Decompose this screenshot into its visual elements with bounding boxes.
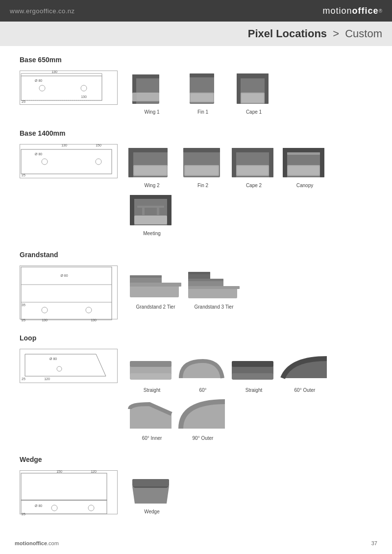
svg-point-31 bbox=[96, 159, 101, 165]
svg-text:Ø 80: Ø 80 bbox=[60, 274, 68, 277]
product-loop-90outer: 90° Outer bbox=[178, 397, 227, 441]
product-label-loop-straight2: Straight bbox=[245, 387, 262, 393]
page-title-separator: > bbox=[333, 27, 339, 40]
svg-text:130: 130 bbox=[81, 95, 87, 98]
svg-rect-45 bbox=[269, 148, 273, 177]
product-img-wing2 bbox=[127, 144, 176, 181]
svg-text:Ø 80: Ø 80 bbox=[35, 152, 42, 156]
section-body-grandstand: Ø 80 25 35 130 130 bbox=[20, 265, 377, 319]
svg-rect-35 bbox=[128, 148, 133, 177]
diagram-wedge: 150 120 Ø 80 25 bbox=[20, 470, 118, 514]
page-title-bold: Pixel Locations bbox=[248, 27, 327, 40]
product-img-loop-straight2 bbox=[229, 349, 278, 385]
svg-text:25: 25 bbox=[22, 173, 25, 177]
svg-rect-21 bbox=[237, 73, 269, 78]
svg-rect-82 bbox=[188, 272, 210, 274]
products-grandstand: Grandstand 2 Tier bbox=[127, 265, 377, 310]
svg-rect-23 bbox=[265, 73, 269, 104]
product-img-wedge bbox=[127, 470, 176, 507]
section-base1400: Base 1400mm 130 150 Ø 80 25 bbox=[20, 129, 377, 236]
svg-rect-15 bbox=[137, 93, 159, 100]
product-fin2: Fin 2 bbox=[178, 144, 227, 188]
product-fin1: Fin 1 bbox=[178, 71, 227, 115]
svg-rect-61 bbox=[157, 208, 159, 215]
section-title-grandstand: Grandstand bbox=[20, 251, 377, 259]
section-wedge: Wedge 150 120 Ø 80 25 bbox=[20, 456, 377, 514]
product-label-loop-straight1: Straight bbox=[144, 387, 160, 393]
svg-rect-34 bbox=[128, 148, 168, 152]
svg-point-6 bbox=[39, 85, 45, 91]
brand-logo: motionoffice® bbox=[323, 6, 382, 16]
svg-rect-81 bbox=[188, 279, 223, 281]
svg-rect-37 bbox=[134, 166, 167, 175]
footer-brand-name: motionoffice bbox=[15, 540, 47, 546]
svg-rect-60 bbox=[142, 208, 145, 215]
svg-rect-49 bbox=[283, 148, 324, 152]
svg-rect-57 bbox=[167, 195, 172, 225]
product-loop-60: 60° bbox=[178, 349, 227, 393]
svg-rect-39 bbox=[183, 148, 220, 152]
product-wing1: Wing 1 bbox=[127, 71, 176, 115]
section-title-loop: Loop bbox=[20, 334, 377, 342]
products-wedge: Wedge bbox=[127, 470, 377, 514]
product-label-wing1: Wing 1 bbox=[144, 109, 159, 115]
product-img-fin2 bbox=[178, 144, 227, 181]
website-url: www.ergooffice.co.nz bbox=[10, 7, 75, 15]
brand-office: office bbox=[352, 6, 379, 16]
section-loop: Loop Ø 80 25 120 bbox=[20, 334, 377, 441]
svg-rect-17 bbox=[190, 73, 214, 77]
svg-point-100 bbox=[51, 505, 57, 511]
svg-rect-52 bbox=[287, 152, 320, 155]
product-img-cape2 bbox=[229, 144, 278, 181]
product-label-grandstand3: Grandstand 3 Tier bbox=[194, 304, 233, 310]
product-canopy: Canopy bbox=[280, 144, 329, 188]
product-label-fin2: Fin 2 bbox=[197, 183, 208, 188]
product-img-meeting bbox=[127, 192, 176, 229]
product-label-loop-60outer: 60° Outer bbox=[294, 387, 316, 393]
svg-text:25: 25 bbox=[22, 512, 25, 516]
svg-rect-22 bbox=[237, 73, 241, 104]
svg-rect-51 bbox=[320, 148, 324, 177]
diagram-base650: 130 Ø 80 130 25 bbox=[20, 71, 118, 105]
section-body-wedge: 150 120 Ø 80 25 bbox=[20, 470, 377, 514]
brand-registered: ® bbox=[379, 8, 382, 14]
product-img-loop-60 bbox=[178, 349, 227, 385]
product-img-fin1 bbox=[178, 71, 227, 107]
top-bar: www.ergooffice.co.nz motionoffice® bbox=[0, 0, 392, 22]
product-img-loop-90outer bbox=[178, 397, 227, 434]
products-base650: Wing 1 Fin 1 bbox=[127, 71, 377, 115]
product-cape2: Cape 2 bbox=[229, 144, 278, 188]
main-content: Base 650mm 130 Ø 80 130 25 bbox=[0, 46, 392, 549]
product-label-wedge: Wedge bbox=[144, 509, 160, 514]
diagram-grandstand: Ø 80 25 35 130 130 bbox=[20, 265, 118, 319]
svg-rect-0 bbox=[21, 76, 102, 100]
svg-rect-75 bbox=[130, 283, 181, 287]
svg-marker-105 bbox=[132, 486, 169, 488]
product-label-cape1: Cape 1 bbox=[246, 109, 262, 115]
product-img-loop-straight1 bbox=[127, 349, 176, 385]
product-img-loop-60outer bbox=[280, 349, 329, 385]
svg-rect-94 bbox=[21, 473, 107, 500]
svg-text:130: 130 bbox=[91, 318, 97, 322]
product-loop-straight2: Straight bbox=[229, 349, 278, 393]
svg-marker-104 bbox=[132, 486, 169, 504]
section-title-base1400: Base 1400mm bbox=[20, 129, 377, 137]
diagram-base1400: 130 150 Ø 80 25 bbox=[20, 144, 118, 178]
product-cape1: Cape 1 bbox=[229, 71, 278, 115]
product-label-fin1: Fin 1 bbox=[197, 109, 208, 115]
svg-text:35: 35 bbox=[22, 303, 25, 307]
product-img-loop-60inner bbox=[127, 397, 176, 434]
products-base1400: Wing 2 Fin 2 bbox=[127, 144, 377, 236]
product-label-cape2: Cape 2 bbox=[246, 183, 262, 188]
footer-brand: motionoffice.com bbox=[15, 540, 59, 546]
section-grandstand: Grandstand Ø 80 25 35 130 130 bbox=[20, 251, 377, 319]
product-img-wing1 bbox=[127, 71, 176, 107]
footer: motionoffice.com 37 bbox=[0, 540, 392, 546]
product-img-cape1 bbox=[229, 71, 278, 107]
svg-point-7 bbox=[81, 85, 87, 91]
product-loop-straight1: Straight bbox=[127, 349, 176, 393]
svg-rect-76 bbox=[130, 275, 162, 278]
svg-text:150: 150 bbox=[56, 470, 62, 473]
svg-rect-62 bbox=[134, 216, 167, 224]
product-grandstand2: Grandstand 2 Tier bbox=[127, 265, 184, 310]
